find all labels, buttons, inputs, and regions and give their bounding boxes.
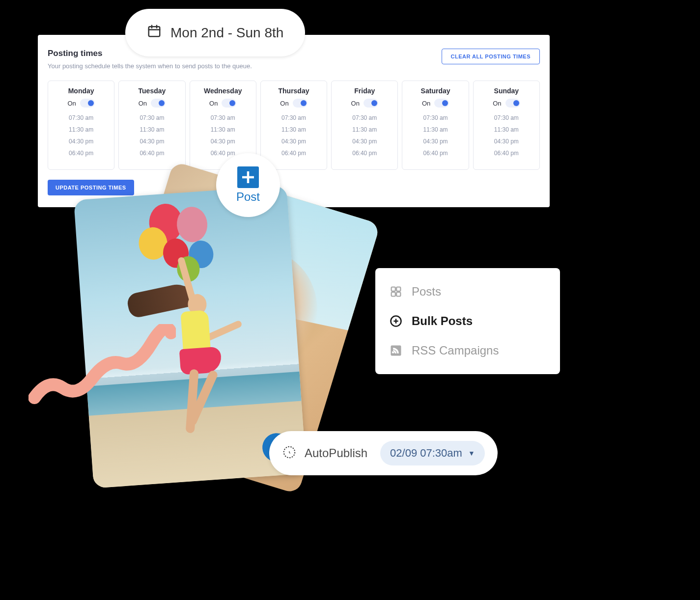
menu-item-label: Bulk Posts — [412, 314, 473, 328]
svg-rect-0 — [149, 27, 160, 36]
plus-circle-icon — [389, 314, 403, 328]
day-card: TuesdayOn07:30 am11:30 am04:30 pm06:40 p… — [118, 81, 185, 170]
autopublish-time: 02/09 07:30am — [390, 447, 462, 460]
svg-rect-2 — [392, 287, 395, 291]
time-slot[interactable]: 06:40 pm — [53, 150, 109, 157]
autopublish-time-picker[interactable]: 02/09 07:30am ▼ — [380, 441, 485, 465]
day-name: Friday — [336, 87, 392, 95]
time-slot[interactable]: 04:30 pm — [53, 138, 109, 145]
time-slot[interactable]: 04:30 pm — [195, 138, 251, 145]
day-card: FridayOn07:30 am11:30 am04:30 pm06:40 pm — [331, 81, 398, 170]
time-slot[interactable]: 11:30 am — [266, 126, 322, 133]
menu-item-label: Posts — [412, 285, 441, 299]
day-toggle[interactable] — [505, 99, 520, 108]
time-slot[interactable]: 06:40 pm — [124, 150, 180, 157]
plus-icon — [237, 166, 259, 188]
day-card: ThursdayOn07:30 am11:30 am04:30 pm06:40 … — [260, 81, 327, 170]
time-slot[interactable]: 11:30 am — [124, 126, 180, 133]
date-range-text: Mon 2nd - Sun 8th — [170, 25, 283, 41]
time-slot[interactable]: 07:30 am — [124, 114, 180, 121]
post-type-menu: PostsBulk PostsRSS Campaigns — [375, 268, 560, 374]
day-toggle[interactable] — [434, 99, 449, 108]
time-slot[interactable]: 06:40 pm — [266, 150, 322, 157]
time-slot[interactable]: 07:30 am — [195, 114, 251, 121]
day-toggle[interactable] — [293, 99, 308, 108]
new-post-button[interactable]: Post — [216, 153, 280, 217]
time-slot[interactable]: 11:30 am — [53, 126, 109, 133]
clock-icon — [282, 445, 297, 462]
time-slot[interactable]: 06:40 pm — [478, 150, 534, 157]
time-slot[interactable]: 06:40 pm — [336, 150, 392, 157]
day-name: Saturday — [407, 87, 463, 95]
toggle-label: On — [280, 100, 288, 107]
menu-item-posts[interactable]: Posts — [375, 277, 560, 306]
calendar-icon — [147, 24, 162, 42]
date-range-pill[interactable]: Mon 2nd - Sun 8th — [125, 9, 305, 56]
time-slot[interactable]: 04:30 pm — [407, 138, 463, 145]
time-slot[interactable]: 04:30 pm — [336, 138, 392, 145]
time-slot[interactable]: 04:30 pm — [266, 138, 322, 145]
time-slot[interactable]: 07:30 am — [266, 114, 322, 121]
svg-rect-4 — [392, 292, 395, 296]
toggle-label: On — [67, 100, 76, 107]
autopublish-label: AutoPublish — [305, 446, 367, 460]
time-slot[interactable]: 06:40 pm — [407, 150, 463, 157]
day-name: Thursday — [266, 87, 322, 95]
grid-icon — [389, 285, 403, 299]
toggle-label: On — [493, 100, 501, 107]
toggle-label: On — [422, 100, 430, 107]
day-toggle[interactable] — [364, 99, 378, 108]
svg-rect-5 — [396, 292, 400, 296]
day-name: Wednesday — [195, 87, 251, 95]
clear-all-button[interactable]: CLEAR ALL POSTING TIMES — [442, 49, 540, 64]
day-card: MondayOn07:30 am11:30 am04:30 pm06:40 pm — [48, 81, 114, 170]
time-slot[interactable]: 11:30 am — [195, 126, 251, 133]
day-name: Tuesday — [124, 87, 180, 95]
time-slot[interactable]: 07:30 am — [407, 114, 463, 121]
toggle-label: On — [351, 100, 360, 107]
time-slot[interactable]: 07:30 am — [53, 114, 109, 121]
post-button-label: Post — [236, 190, 260, 204]
day-card: SundayOn07:30 am11:30 am04:30 pm06:40 pm — [473, 81, 540, 170]
days-grid: MondayOn07:30 am11:30 am04:30 pm06:40 pm… — [48, 81, 540, 170]
posting-times-panel: Posting times Your posting schedule tell… — [38, 35, 550, 207]
chevron-down-icon: ▼ — [468, 449, 475, 457]
decorative-squiggle — [28, 324, 176, 412]
update-posting-times-button[interactable]: UPDATE POSTING TIMES — [48, 180, 134, 195]
menu-item-label: RSS Campaigns — [412, 344, 499, 357]
time-slot[interactable]: 04:30 pm — [478, 138, 534, 145]
time-slot[interactable]: 11:30 am — [336, 126, 392, 133]
svg-rect-3 — [396, 287, 400, 291]
toggle-label: On — [209, 100, 218, 107]
day-toggle[interactable] — [151, 99, 166, 108]
time-slot[interactable]: 07:30 am — [478, 114, 534, 121]
menu-item-rss-campaigns[interactable]: RSS Campaigns — [375, 336, 560, 365]
day-card: SaturdayOn07:30 am11:30 am04:30 pm06:40 … — [402, 81, 469, 170]
autopublish-pill: AutoPublish 02/09 07:30am ▼ — [269, 431, 498, 475]
day-name: Monday — [53, 87, 109, 95]
day-toggle[interactable] — [222, 99, 236, 108]
time-slot[interactable]: 11:30 am — [478, 126, 534, 133]
time-slot[interactable]: 04:30 pm — [124, 138, 180, 145]
menu-item-bulk-posts[interactable]: Bulk Posts — [375, 306, 560, 336]
time-slot[interactable]: 07:30 am — [336, 114, 392, 121]
day-toggle[interactable] — [80, 99, 95, 108]
rss-icon — [389, 344, 403, 357]
posting-times-subtitle: Your posting schedule tells the system w… — [48, 62, 252, 70]
toggle-label: On — [139, 100, 147, 107]
day-name: Sunday — [478, 87, 534, 95]
time-slot[interactable]: 11:30 am — [407, 126, 463, 133]
